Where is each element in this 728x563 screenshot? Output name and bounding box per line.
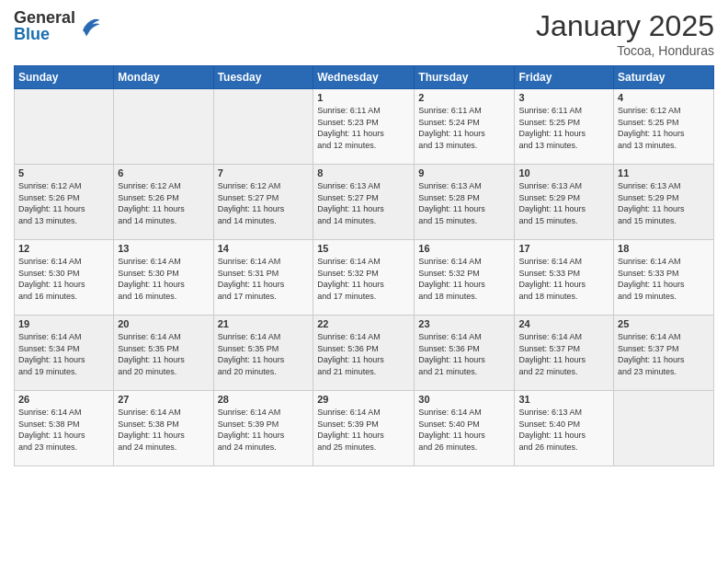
day-number: 31	[518, 394, 609, 405]
day-info: Sunrise: 6:13 AM Sunset: 5:29 PM Dayligh…	[518, 180, 609, 226]
calendar-cell: 11Sunrise: 6:13 AM Sunset: 5:29 PM Dayli…	[614, 165, 714, 240]
calendar-header-row: SundayMondayTuesdayWednesdayThursdayFrid…	[15, 66, 714, 89]
calendar-cell: 27Sunrise: 6:14 AM Sunset: 5:38 PM Dayli…	[114, 391, 213, 466]
calendar-header-wednesday: Wednesday	[313, 66, 415, 89]
title-block: January 2025 Tocoa, Honduras	[536, 9, 714, 58]
day-info: Sunrise: 6:14 AM Sunset: 5:33 PM Dayligh…	[518, 256, 609, 302]
day-number: 22	[317, 318, 410, 329]
day-info: Sunrise: 6:14 AM Sunset: 5:40 PM Dayligh…	[418, 407, 510, 453]
calendar-cell: 17Sunrise: 6:14 AM Sunset: 5:33 PM Dayli…	[515, 240, 614, 316]
day-info: Sunrise: 6:12 AM Sunset: 5:25 PM Dayligh…	[618, 105, 710, 151]
logo-text: General Blue	[14, 9, 75, 42]
calendar-table: SundayMondayTuesdayWednesdayThursdayFrid…	[14, 65, 714, 466]
day-info: Sunrise: 6:14 AM Sunset: 5:32 PM Dayligh…	[317, 256, 410, 302]
calendar-header-friday: Friday	[515, 66, 614, 89]
day-number: 19	[18, 318, 109, 329]
logo-blue: Blue	[14, 26, 75, 42]
day-info: Sunrise: 6:14 AM Sunset: 5:37 PM Dayligh…	[518, 331, 609, 377]
calendar-cell	[114, 89, 213, 165]
calendar-cell: 15Sunrise: 6:14 AM Sunset: 5:32 PM Dayli…	[313, 240, 415, 316]
day-number: 27	[118, 394, 209, 405]
day-info: Sunrise: 6:14 AM Sunset: 5:39 PM Dayligh…	[317, 407, 410, 453]
logo-general: General	[14, 9, 75, 26]
day-info: Sunrise: 6:14 AM Sunset: 5:31 PM Dayligh…	[218, 256, 310, 302]
day-info: Sunrise: 6:13 AM Sunset: 5:28 PM Dayligh…	[418, 180, 510, 226]
calendar-cell: 24Sunrise: 6:14 AM Sunset: 5:37 PM Dayli…	[515, 316, 614, 391]
day-info: Sunrise: 6:14 AM Sunset: 5:38 PM Dayligh…	[118, 407, 209, 453]
day-number: 21	[218, 318, 310, 329]
calendar-cell: 18Sunrise: 6:14 AM Sunset: 5:33 PM Dayli…	[614, 240, 714, 316]
day-info: Sunrise: 6:11 AM Sunset: 5:24 PM Dayligh…	[418, 105, 510, 151]
calendar-header-saturday: Saturday	[614, 66, 714, 89]
day-number: 28	[218, 394, 310, 405]
calendar-cell: 28Sunrise: 6:14 AM Sunset: 5:39 PM Dayli…	[213, 391, 313, 466]
calendar-cell: 10Sunrise: 6:13 AM Sunset: 5:29 PM Dayli…	[515, 165, 614, 240]
calendar-week-row: 12Sunrise: 6:14 AM Sunset: 5:30 PM Dayli…	[15, 240, 714, 316]
day-number: 26	[18, 394, 109, 405]
day-number: 9	[418, 167, 510, 178]
calendar-cell: 20Sunrise: 6:14 AM Sunset: 5:35 PM Dayli…	[114, 316, 213, 391]
day-number: 25	[618, 318, 710, 329]
day-number: 4	[618, 92, 710, 103]
month-title: January 2025	[536, 9, 714, 43]
calendar-header-sunday: Sunday	[15, 66, 114, 89]
calendar-cell: 29Sunrise: 6:14 AM Sunset: 5:39 PM Dayli…	[313, 391, 415, 466]
calendar-cell	[15, 89, 114, 165]
calendar-cell: 8Sunrise: 6:13 AM Sunset: 5:27 PM Daylig…	[313, 165, 415, 240]
day-info: Sunrise: 6:14 AM Sunset: 5:30 PM Dayligh…	[18, 256, 109, 302]
calendar-week-row: 19Sunrise: 6:14 AM Sunset: 5:34 PM Dayli…	[15, 316, 714, 391]
day-number: 3	[518, 92, 609, 103]
location: Tocoa, Honduras	[536, 43, 714, 58]
calendar-cell: 22Sunrise: 6:14 AM Sunset: 5:36 PM Dayli…	[313, 316, 415, 391]
calendar-cell: 26Sunrise: 6:14 AM Sunset: 5:38 PM Dayli…	[15, 391, 114, 466]
calendar-cell: 13Sunrise: 6:14 AM Sunset: 5:30 PM Dayli…	[114, 240, 213, 316]
day-info: Sunrise: 6:14 AM Sunset: 5:35 PM Dayligh…	[118, 331, 209, 377]
day-info: Sunrise: 6:14 AM Sunset: 5:34 PM Dayligh…	[18, 331, 109, 377]
calendar-header-tuesday: Tuesday	[213, 66, 313, 89]
logo-bird-icon	[79, 16, 101, 38]
day-number: 6	[118, 167, 209, 178]
day-number: 30	[418, 394, 510, 405]
calendar-cell: 6Sunrise: 6:12 AM Sunset: 5:26 PM Daylig…	[114, 165, 213, 240]
day-number: 11	[618, 167, 710, 178]
day-info: Sunrise: 6:13 AM Sunset: 5:27 PM Dayligh…	[317, 180, 410, 226]
calendar-cell	[614, 391, 714, 466]
calendar-cell: 5Sunrise: 6:12 AM Sunset: 5:26 PM Daylig…	[15, 165, 114, 240]
day-number: 14	[218, 243, 310, 254]
day-info: Sunrise: 6:14 AM Sunset: 5:30 PM Dayligh…	[118, 256, 209, 302]
day-info: Sunrise: 6:14 AM Sunset: 5:37 PM Dayligh…	[618, 331, 710, 377]
calendar-week-row: 1Sunrise: 6:11 AM Sunset: 5:23 PM Daylig…	[15, 89, 714, 165]
calendar-week-row: 26Sunrise: 6:14 AM Sunset: 5:38 PM Dayli…	[15, 391, 714, 466]
day-info: Sunrise: 6:11 AM Sunset: 5:23 PM Dayligh…	[317, 105, 410, 151]
logo: General Blue	[14, 9, 101, 42]
day-info: Sunrise: 6:12 AM Sunset: 5:26 PM Dayligh…	[118, 180, 209, 226]
calendar-cell: 30Sunrise: 6:14 AM Sunset: 5:40 PM Dayli…	[415, 391, 515, 466]
calendar-cell: 7Sunrise: 6:12 AM Sunset: 5:27 PM Daylig…	[213, 165, 313, 240]
calendar-cell: 4Sunrise: 6:12 AM Sunset: 5:25 PM Daylig…	[614, 89, 714, 165]
day-number: 2	[418, 92, 510, 103]
calendar-cell: 16Sunrise: 6:14 AM Sunset: 5:32 PM Dayli…	[415, 240, 515, 316]
day-info: Sunrise: 6:14 AM Sunset: 5:36 PM Dayligh…	[418, 331, 510, 377]
day-number: 18	[618, 243, 710, 254]
calendar-cell: 1Sunrise: 6:11 AM Sunset: 5:23 PM Daylig…	[313, 89, 415, 165]
calendar-header-thursday: Thursday	[415, 66, 515, 89]
calendar-cell: 9Sunrise: 6:13 AM Sunset: 5:28 PM Daylig…	[415, 165, 515, 240]
day-number: 10	[518, 167, 609, 178]
day-info: Sunrise: 6:14 AM Sunset: 5:38 PM Dayligh…	[18, 407, 109, 453]
day-number: 29	[317, 394, 410, 405]
day-info: Sunrise: 6:14 AM Sunset: 5:32 PM Dayligh…	[418, 256, 510, 302]
calendar-cell: 3Sunrise: 6:11 AM Sunset: 5:25 PM Daylig…	[515, 89, 614, 165]
day-number: 8	[317, 167, 410, 178]
day-number: 7	[218, 167, 310, 178]
day-number: 23	[418, 318, 510, 329]
calendar-cell: 23Sunrise: 6:14 AM Sunset: 5:36 PM Dayli…	[415, 316, 515, 391]
day-info: Sunrise: 6:11 AM Sunset: 5:25 PM Dayligh…	[518, 105, 609, 151]
day-info: Sunrise: 6:14 AM Sunset: 5:36 PM Dayligh…	[317, 331, 410, 377]
day-number: 16	[418, 243, 510, 254]
calendar-week-row: 5Sunrise: 6:12 AM Sunset: 5:26 PM Daylig…	[15, 165, 714, 240]
calendar-cell: 19Sunrise: 6:14 AM Sunset: 5:34 PM Dayli…	[15, 316, 114, 391]
day-info: Sunrise: 6:12 AM Sunset: 5:27 PM Dayligh…	[218, 180, 310, 226]
day-number: 5	[18, 167, 109, 178]
day-number: 13	[118, 243, 209, 254]
day-info: Sunrise: 6:14 AM Sunset: 5:35 PM Dayligh…	[218, 331, 310, 377]
